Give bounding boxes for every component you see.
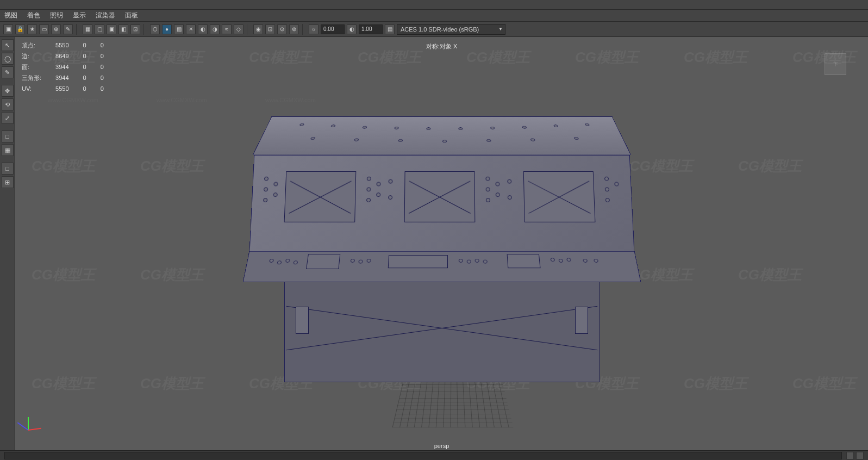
last-tool[interactable]: □ <box>2 130 14 142</box>
viewport-persp[interactable]: 顶点:555000 边:864900 面:394400 三角形:394400 U… <box>15 37 868 450</box>
separator <box>76 24 79 35</box>
watermark-logo: CG模型王 <box>684 48 747 67</box>
viewport-toolbar: ▣ 🔒 ★ ▭ ⊕ ✎ ▦ ▢ ▣ ◧ ⊡ ⬡ ● ▨ ☀ ◐ ◑ ≈ ◇ ◉ … <box>0 22 868 37</box>
xray-joints-icon[interactable]: ⊙ <box>277 24 287 34</box>
film-gate-icon[interactable]: ▢ <box>95 24 104 34</box>
panel-menu-bar: 视图 着色 照明 显示 渲染器 面板 <box>0 10 868 22</box>
motion-blur-icon[interactable]: ≈ <box>222 24 232 34</box>
menu-lighting[interactable]: 照明 <box>50 11 63 20</box>
separator <box>302 24 305 35</box>
smooth-shade-icon[interactable]: ● <box>162 24 172 34</box>
safe-action-icon[interactable]: ⊡ <box>130 24 140 34</box>
watermark-logo: CG模型王 <box>466 48 530 67</box>
axis-indicator <box>24 408 51 435</box>
watermark-logo: CG模型王 <box>32 265 95 284</box>
exposure-field[interactable] <box>321 24 345 34</box>
anti-alias-icon[interactable]: ◇ <box>234 24 243 34</box>
exposure-icon[interactable]: ☼ <box>309 24 319 34</box>
watermark-logo: CG模型王 <box>358 48 421 67</box>
command-line[interactable] <box>4 452 842 459</box>
gate-mask-icon[interactable]: ◧ <box>118 24 128 34</box>
axis-z <box>17 422 29 430</box>
color-space-value: ACES 1.0 SDR-video (sRGB) <box>401 26 479 33</box>
status-icons <box>846 452 864 459</box>
menu-show[interactable]: 显示 <box>73 11 86 20</box>
axis-x <box>28 428 41 431</box>
status-bar <box>0 450 868 460</box>
menu-shading[interactable]: 着色 <box>27 11 40 20</box>
hud-poly-stats: 顶点:555000 边:864900 面:394400 三角形:394400 U… <box>21 39 118 95</box>
menu-panels[interactable]: 面板 <box>125 11 138 20</box>
ground-grid <box>392 380 513 427</box>
camera-name-label: persp <box>434 443 449 449</box>
watermark-logo: CG模型王 <box>140 374 204 393</box>
watermark-logo: CG模型王 <box>32 157 95 176</box>
xray-icon[interactable]: ⊡ <box>265 24 275 34</box>
ao-icon[interactable]: ◑ <box>210 24 220 34</box>
watermark-url: www.CGMXW.com <box>48 97 98 103</box>
xray-components-icon[interactable]: ⊚ <box>289 24 299 34</box>
separator <box>247 24 250 35</box>
layout-four[interactable]: ⊞ <box>2 176 14 188</box>
select-tool[interactable]: ↖ <box>2 39 14 51</box>
layout-single[interactable]: □ <box>2 163 14 175</box>
separator <box>143 24 147 35</box>
shelf-row <box>0 0 868 10</box>
bookmark-icon[interactable]: ★ <box>27 24 37 34</box>
move-tool[interactable]: ✥ <box>2 85 14 97</box>
watermark-logo: CG模型王 <box>32 374 95 393</box>
model-wireframe <box>230 83 654 388</box>
model-base <box>284 273 600 382</box>
lasso-tool[interactable]: ◯ <box>2 53 14 65</box>
main-area: ↖ ◯ ✎ ✥ ⟲ ⤢ □ ▦ □ ⊞ 顶点:555000 边:864900 面… <box>0 37 868 450</box>
shadows-icon[interactable]: ◐ <box>198 24 208 34</box>
color-space-dropdown[interactable]: ACES 1.0 SDR-video (sRGB) <box>397 24 505 35</box>
grease-pencil-icon[interactable]: ✎ <box>63 24 73 34</box>
lock-camera-icon[interactable]: 🔒 <box>15 24 25 34</box>
menu-view[interactable]: 视图 <box>4 11 17 20</box>
watermark-logo: CG模型王 <box>684 374 747 393</box>
paint-select-tool[interactable]: ✎ <box>2 66 14 78</box>
toolbox: ↖ ◯ ✎ ✥ ⟲ ⤢ □ ▦ □ ⊞ <box>0 37 15 450</box>
textured-icon[interactable]: ▨ <box>174 24 184 34</box>
grid-icon[interactable]: ▦ <box>83 24 92 34</box>
script-editor-icon[interactable] <box>846 452 854 459</box>
watermark-logo: CG模型王 <box>140 157 204 176</box>
gamma-field[interactable] <box>359 24 383 34</box>
wireframe-icon[interactable]: ⬡ <box>150 24 160 34</box>
isolate-select-icon[interactable]: ◉ <box>253 24 263 34</box>
scale-tool[interactable]: ⤢ <box>2 112 14 124</box>
rotate-tool[interactable]: ⟲ <box>2 98 14 110</box>
model-desk <box>242 249 641 282</box>
watermark-logo: CG模型王 <box>140 265 204 284</box>
watermark-logo: CG模型王 <box>575 48 639 67</box>
model-top <box>252 116 631 155</box>
use-all-lights-icon[interactable]: ☀ <box>186 24 196 34</box>
watermark-logo: CG模型王 <box>140 48 204 67</box>
axis-y <box>28 417 29 430</box>
select-camera-icon[interactable]: ▣ <box>3 24 13 34</box>
hud-symmetry-label: 对称:对象 X <box>426 42 457 51</box>
help-line-icon[interactable] <box>856 452 864 459</box>
image-plane-icon[interactable]: ▭ <box>39 24 49 34</box>
gamma-icon[interactable]: ◐ <box>347 24 357 34</box>
resolution-gate-icon[interactable]: ▣ <box>107 24 116 34</box>
watermark-logo: CG模型王 <box>792 374 856 393</box>
view-transform-icon[interactable]: ▤ <box>385 24 395 34</box>
snap-tool[interactable]: ▦ <box>2 144 14 156</box>
watermark-url: www.CGMXW.com <box>157 97 207 103</box>
viewcube[interactable]: 下 <box>819 48 852 80</box>
model-front-panel <box>249 155 634 252</box>
menu-renderer[interactable]: 渲染器 <box>96 11 115 20</box>
viewcube-face[interactable]: 下 <box>825 53 846 75</box>
2d-pan-icon[interactable]: ⊕ <box>51 24 61 34</box>
watermark-logo: CG模型王 <box>738 265 802 284</box>
watermark-logo: CG模型王 <box>738 157 802 176</box>
watermark-logo: CG模型王 <box>249 48 313 67</box>
